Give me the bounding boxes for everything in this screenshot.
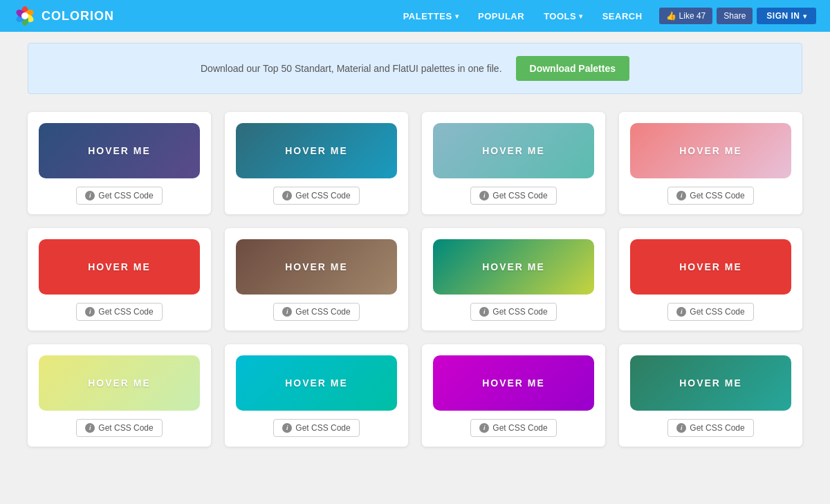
palette-card: HOVER MEiGet CSS Code [422,228,605,330]
info-icon: i [479,191,489,200]
banner-text: Download our Top 50 Standart, Material a… [201,63,502,74]
css-button-label: Get CSS Code [98,423,153,433]
palette-hover-label: HOVER ME [482,377,545,389]
nav-links: PALETTES ▾ POPULAR TOOLS ▾ SEARCH 👍 Like… [135,0,816,32]
palette-swatch[interactable]: HOVER ME [433,355,594,411]
palette-swatch[interactable]: HOVER ME [630,355,791,411]
palettes-chevron-icon: ▾ [455,12,459,20]
palette-card: HOVER MEiGet CSS Code [422,112,605,214]
nav-palettes[interactable]: PALETTES ▾ [394,0,468,32]
nav-search[interactable]: SEARCH [593,0,652,32]
get-css-button[interactable]: iGet CSS Code [76,187,162,205]
palette-card: HOVER MEiGet CSS Code [225,228,408,330]
download-banner: Download our Top 50 Standart, Material a… [28,43,802,94]
palette-swatch[interactable]: HOVER ME [433,239,594,295]
info-icon: i [282,307,292,317]
info-icon: i [676,307,686,317]
palette-card: HOVER MEiGet CSS Code [225,112,408,214]
get-css-button[interactable]: iGet CSS Code [273,187,359,205]
palette-swatch[interactable]: HOVER ME [630,123,791,178]
palette-card: HOVER MEiGet CSS Code [225,344,408,447]
palette-hover-label: HOVER ME [285,261,348,272]
palette-hover-label: HOVER ME [285,377,348,389]
css-button-label: Get CSS Code [295,191,350,200]
signin-chevron-icon: ▾ [803,12,807,20]
tools-chevron-icon: ▾ [579,12,583,20]
css-button-label: Get CSS Code [690,307,744,317]
info-icon: i [282,423,292,433]
palette-card: HOVER MEiGet CSS Code [28,228,211,330]
palette-swatch[interactable]: HOVER ME [236,355,397,411]
css-button-label: Get CSS Code [295,307,350,317]
get-css-button[interactable]: iGet CSS Code [667,187,753,205]
palette-hover-label: HOVER ME [482,145,545,156]
palette-hover-label: HOVER ME [88,377,151,389]
palette-hover-label: HOVER ME [285,145,348,156]
get-css-button[interactable]: iGet CSS Code [76,303,162,321]
nav-actions: 👍 Like 47 Share SIGN IN ▾ [659,8,816,24]
nav-tools[interactable]: TOOLS ▾ [534,0,593,32]
palette-card: HOVER MEiGet CSS Code [619,344,802,447]
get-css-button[interactable]: iGet CSS Code [667,303,753,321]
navbar: COLORION PALETTES ▾ POPULAR TOOLS ▾ SEAR… [0,0,830,32]
get-css-button[interactable]: iGet CSS Code [470,187,556,205]
palette-card: HOVER MEiGet CSS Code [28,112,211,214]
palette-card: HOVER MEiGet CSS Code [619,228,802,330]
nav-popular[interactable]: POPULAR [468,0,534,32]
css-button-label: Get CSS Code [492,191,547,200]
css-button-label: Get CSS Code [690,423,744,433]
css-button-label: Get CSS Code [492,307,547,317]
palette-card: HOVER MEiGet CSS Code [422,344,605,447]
get-css-button[interactable]: iGet CSS Code [273,303,359,321]
palette-swatch[interactable]: HOVER ME [236,239,397,295]
palette-swatch[interactable]: HOVER ME [236,123,397,178]
css-button-label: Get CSS Code [98,191,153,200]
css-button-label: Get CSS Code [492,423,547,433]
info-icon: i [676,423,686,433]
palette-hover-label: HOVER ME [88,261,151,272]
css-button-label: Get CSS Code [295,423,350,433]
thumbs-up-icon: 👍 [666,11,676,21]
signin-button[interactable]: SIGN IN ▾ [757,8,816,24]
info-icon: i [85,423,95,433]
like-button[interactable]: 👍 Like 47 [659,8,713,24]
brand-name: COLORION [42,9,114,24]
palette-hover-label: HOVER ME [679,377,742,389]
download-palettes-button[interactable]: Download Palettes [516,56,629,81]
palette-swatch[interactable]: HOVER ME [630,239,791,295]
palette-card: HOVER MEiGet CSS Code [28,344,211,447]
palette-swatch[interactable]: HOVER ME [433,123,594,178]
palette-swatch[interactable]: HOVER ME [39,123,200,178]
share-button[interactable]: Share [717,8,753,24]
palette-main: HOVER MEiGet CSS CodeHOVER MEiGet CSS Co… [0,105,830,460]
brand-logo[interactable]: COLORION [14,5,114,27]
palette-hover-label: HOVER ME [88,145,151,156]
palette-swatch[interactable]: HOVER ME [39,355,200,411]
info-icon: i [479,307,489,317]
css-button-label: Get CSS Code [98,307,153,317]
palette-swatch[interactable]: HOVER ME [39,239,200,295]
get-css-button[interactable]: iGet CSS Code [667,419,753,437]
palette-grid: HOVER MEiGet CSS CodeHOVER MEiGet CSS Co… [28,112,802,447]
info-icon: i [479,423,489,433]
logo-icon [14,5,36,27]
palette-hover-label: HOVER ME [482,261,545,272]
info-icon: i [676,191,686,200]
info-icon: i [85,191,95,200]
get-css-button[interactable]: iGet CSS Code [273,419,359,437]
palette-hover-label: HOVER ME [679,145,742,156]
info-icon: i [282,191,292,200]
get-css-button[interactable]: iGet CSS Code [76,419,162,437]
get-css-button[interactable]: iGet CSS Code [470,419,556,437]
svg-point-6 [21,12,28,19]
palette-hover-label: HOVER ME [679,261,742,272]
css-button-label: Get CSS Code [690,191,744,200]
palette-card: HOVER MEiGet CSS Code [619,112,802,214]
get-css-button[interactable]: iGet CSS Code [470,303,556,321]
info-icon: i [85,307,95,317]
